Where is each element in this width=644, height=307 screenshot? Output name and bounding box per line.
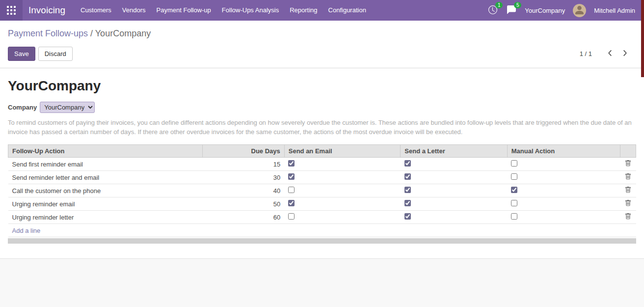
avatar[interactable] — [573, 4, 586, 17]
company-field-row: Company YourCompany — [8, 102, 636, 113]
manual-action-checkbox[interactable] — [511, 160, 517, 167]
row-send-email-cell — [284, 184, 401, 197]
row-send-email-cell — [284, 197, 401, 211]
column-header: Due Days — [203, 145, 284, 158]
delete-row-button[interactable] — [625, 187, 631, 193]
trash-icon — [625, 174, 631, 181]
table-row[interactable]: Send reminder letter and email 30 — [8, 171, 636, 184]
send-letter-checkbox[interactable] — [404, 187, 411, 193]
send-email-checkbox[interactable] — [288, 160, 295, 167]
trash-icon — [625, 161, 631, 168]
row-send-email-cell — [284, 158, 401, 171]
add-line-link[interactable]: Add a line — [12, 227, 41, 234]
activities-button[interactable]: 1 — [487, 5, 498, 15]
company-field-label: Company — [8, 104, 37, 111]
table-row[interactable]: Urging reminder letter 60 — [8, 211, 636, 224]
table-footer-bar — [8, 238, 636, 244]
main-menu: CustomersVendorsPayment Follow-upFollow-… — [75, 0, 372, 21]
app-name[interactable]: Invoicing — [23, 5, 75, 16]
row-send-letter-cell — [401, 197, 507, 211]
table-row[interactable]: Send first reminder email 15 — [8, 158, 636, 171]
column-header: Send a Letter — [401, 145, 507, 158]
help-text: To remind customers of paying their invo… — [8, 118, 634, 137]
table-row[interactable]: Urging reminder email 50 — [8, 197, 636, 211]
pager-next-button[interactable] — [620, 49, 630, 59]
row-action-cell[interactable]: Send reminder letter and email — [8, 171, 203, 184]
row-delete-cell — [620, 184, 636, 197]
row-due-days-cell[interactable]: 15 — [203, 158, 284, 171]
company-field-select[interactable]: YourCompany — [40, 102, 95, 113]
page: Invoicing CustomersVendorsPayment Follow… — [0, 0, 644, 307]
trash-icon — [625, 214, 631, 221]
menu-item[interactable]: Configuration — [323, 0, 372, 21]
row-send-letter-cell — [401, 211, 507, 224]
record-title: YourCompany — [8, 78, 636, 94]
row-due-days-cell[interactable]: 60 — [203, 211, 284, 224]
row-manual-action-cell — [507, 171, 620, 184]
delete-row-button[interactable] — [625, 213, 631, 220]
control-panel-buttons: Save Discard 1 / 1 — [8, 47, 636, 61]
column-header — [620, 145, 636, 158]
manual-action-checkbox[interactable] — [511, 200, 517, 206]
row-manual-action-cell — [507, 184, 620, 197]
followup-lines-table: Follow-Up ActionDue DaysSend an EmailSen… — [8, 144, 636, 237]
send-email-checkbox[interactable] — [288, 173, 295, 180]
apps-menu-button[interactable] — [0, 0, 23, 21]
row-send-letter-cell — [401, 171, 507, 184]
menu-item[interactable]: Vendors — [117, 0, 151, 21]
company-switcher[interactable]: YourCompany — [525, 7, 565, 14]
navbar-right: 1 5 YourCompany Mitchell Admin — [487, 4, 644, 17]
pager-value: 1 / 1 — [580, 50, 592, 57]
menu-item[interactable]: Reporting — [284, 0, 322, 21]
row-send-letter-cell — [401, 184, 507, 197]
row-action-cell[interactable]: Call the customer on the phone — [8, 184, 203, 197]
menu-item[interactable]: Customers — [75, 0, 117, 21]
trash-icon — [625, 200, 631, 208]
discard-button[interactable]: Discard — [38, 47, 73, 61]
messages-button[interactable]: 5 — [506, 5, 517, 15]
send-email-checkbox[interactable] — [288, 200, 295, 206]
activities-badge: 1 — [495, 2, 503, 8]
row-action-cell[interactable]: Urging reminder email — [8, 197, 203, 211]
top-navbar: Invoicing CustomersVendorsPayment Follow… — [0, 0, 644, 21]
pager: 1 / 1 — [580, 49, 636, 59]
pager-previous-button[interactable] — [605, 49, 615, 59]
delete-row-button[interactable] — [625, 160, 631, 167]
breadcrumb: Payment Follow-ups / YourCompany — [8, 28, 636, 39]
row-delete-cell — [620, 158, 636, 171]
row-send-letter-cell — [401, 158, 507, 171]
person-icon — [574, 4, 585, 17]
chevron-left-icon — [608, 50, 612, 58]
manual-action-checkbox[interactable] — [511, 213, 517, 220]
row-due-days-cell[interactable]: 50 — [203, 197, 284, 211]
row-action-cell[interactable]: Urging reminder letter — [8, 211, 203, 224]
column-header: Follow-Up Action — [8, 145, 203, 158]
manual-action-checkbox[interactable] — [511, 173, 517, 180]
row-send-email-cell — [284, 171, 401, 184]
messages-badge: 5 — [514, 2, 521, 8]
manual-action-checkbox[interactable] — [511, 187, 517, 193]
row-delete-cell — [620, 197, 636, 211]
menu-item[interactable]: Follow-Ups Analysis — [216, 0, 284, 21]
send-email-checkbox[interactable] — [288, 187, 295, 193]
table-row[interactable]: Call the customer on the phone 40 — [8, 184, 636, 197]
breadcrumb-parent[interactable]: Payment Follow-ups — [8, 28, 88, 38]
row-due-days-cell[interactable]: 40 — [203, 184, 284, 197]
send-letter-checkbox[interactable] — [404, 173, 411, 180]
table-header-row: Follow-Up ActionDue DaysSend an EmailSen… — [8, 145, 636, 158]
row-action-cell[interactable]: Send first reminder email — [8, 158, 203, 171]
save-button[interactable]: Save — [8, 47, 35, 61]
scrollbar-thumb[interactable] — [641, 0, 644, 77]
user-menu[interactable]: Mitchell Admin — [594, 7, 635, 14]
send-email-checkbox[interactable] — [288, 213, 295, 220]
send-letter-checkbox[interactable] — [404, 213, 411, 220]
send-letter-checkbox[interactable] — [404, 160, 411, 167]
grid-icon — [7, 6, 16, 15]
delete-row-button[interactable] — [625, 173, 631, 180]
row-manual-action-cell — [507, 211, 620, 224]
menu-item[interactable]: Payment Follow-up — [151, 0, 216, 21]
row-due-days-cell[interactable]: 30 — [203, 171, 284, 184]
send-letter-checkbox[interactable] — [404, 200, 411, 206]
delete-row-button[interactable] — [625, 200, 631, 206]
row-manual-action-cell — [507, 197, 620, 211]
